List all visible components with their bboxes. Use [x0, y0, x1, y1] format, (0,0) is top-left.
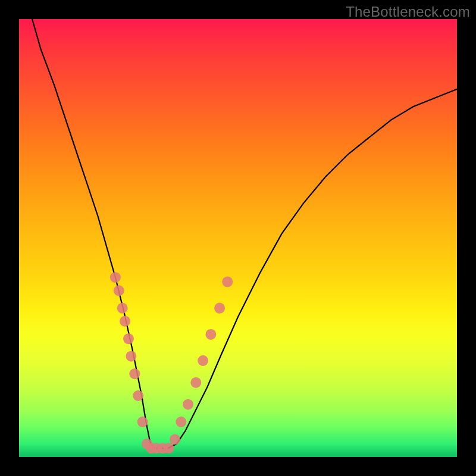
- data-point: [117, 303, 128, 314]
- data-point: [164, 443, 174, 453]
- data-point: [176, 416, 186, 427]
- data-point: [126, 351, 136, 362]
- data-point: [205, 329, 216, 340]
- data-point: [129, 368, 140, 379]
- bottleneck-curve: [32, 19, 457, 448]
- data-point: [114, 285, 124, 296]
- chart-frame: TheBottleneck.com: [0, 0, 476, 476]
- gradient-plot-area: [19, 19, 457, 457]
- data-point: [133, 390, 143, 401]
- data-point: [110, 272, 121, 283]
- data-point: [214, 303, 225, 314]
- watermark-text: TheBottleneck.com: [346, 4, 470, 20]
- data-point: [190, 377, 201, 388]
- data-point: [137, 416, 148, 427]
- data-point: [170, 434, 180, 445]
- data-point: [198, 355, 208, 366]
- data-point: [183, 399, 193, 410]
- data-point: [123, 333, 134, 344]
- data-point: [222, 277, 233, 287]
- curve-layer: [19, 19, 457, 457]
- data-point: [120, 316, 130, 327]
